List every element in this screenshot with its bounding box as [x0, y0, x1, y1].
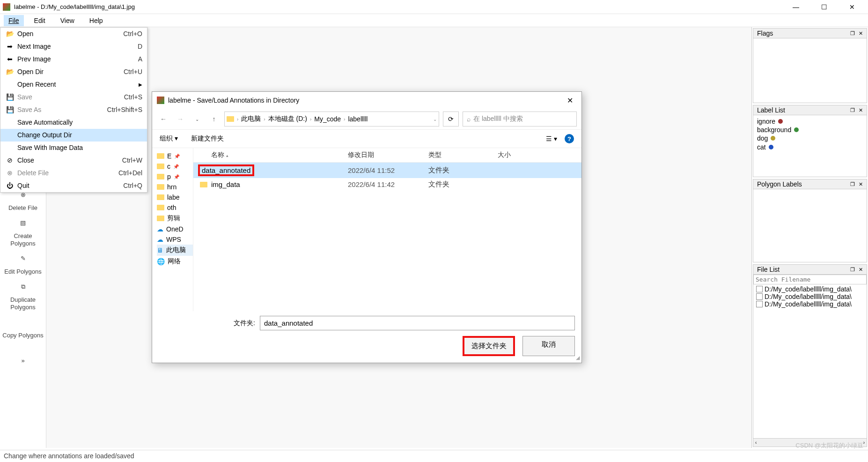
- close-icon[interactable]: ✕: [859, 30, 863, 37]
- folder-row[interactable]: img_data2022/6/4 11:42文件夹: [193, 178, 581, 191]
- pc-icon: 🖥: [157, 246, 163, 254]
- label-item[interactable]: background: [757, 126, 863, 134]
- menu-item-open[interactable]: 📂OpenCtrl+O: [0, 28, 147, 40]
- breadcrumb-item[interactable]: labelllll: [348, 115, 368, 123]
- menu-edit[interactable]: Edit: [29, 15, 50, 26]
- panel-title: Flags: [757, 30, 773, 37]
- tool-create-polygons[interactable]: ▧Create Polygons: [2, 218, 44, 248]
- breadcrumb-item[interactable]: 本地磁盘 (D:): [268, 115, 307, 123]
- filelist-item[interactable]: D:/My_code/labelllll/img_data\: [756, 300, 864, 308]
- menu-view[interactable]: View: [56, 15, 79, 26]
- new-folder-button[interactable]: 新建文件夹: [191, 134, 224, 143]
- tree-item[interactable]: labe: [157, 192, 193, 202]
- help-icon[interactable]: ?: [565, 134, 574, 143]
- select-folder-button[interactable]: 选择文件夹: [463, 336, 515, 356]
- checkbox[interactable]: [756, 286, 763, 292]
- tree-item[interactable]: p📌: [157, 171, 193, 182]
- menu-item-save-automatically[interactable]: Save Automatically: [0, 116, 147, 129]
- maximize-button[interactable]: ☐: [816, 1, 832, 13]
- nav-forward-button[interactable]: →: [174, 112, 187, 126]
- nav-up-button[interactable]: ↑: [207, 112, 221, 126]
- menu-file[interactable]: File: [4, 15, 24, 26]
- nav-back-button[interactable]: ←: [157, 112, 170, 126]
- menu-item-delete-file[interactable]: ⊗Delete FileCtrl+Del: [0, 167, 147, 179]
- view-mode-button[interactable]: ☰ ▾: [546, 135, 557, 142]
- menu-icon: ⊗: [5, 170, 15, 177]
- pin-icon: 📌: [174, 174, 178, 179]
- tree-item[interactable]: c📌: [157, 161, 193, 171]
- menu-item-save-as[interactable]: 💾Save AsCtrl+Shift+S: [0, 104, 147, 116]
- filelist-item[interactable]: D:/My_code/labelllll/img_data\: [756, 285, 864, 293]
- filelist-item[interactable]: D:/My_code/labelllll/img_data\: [756, 293, 864, 300]
- tree-item[interactable]: oth: [157, 202, 193, 213]
- delete-icon: ⊗: [17, 191, 29, 202]
- minimize-button[interactable]: —: [787, 1, 804, 13]
- tree-item[interactable]: 🌐网络: [157, 256, 193, 267]
- float-icon[interactable]: ❐: [850, 181, 855, 187]
- tree-item[interactable]: ☁OneD: [157, 224, 193, 234]
- cancel-button[interactable]: 取消: [522, 336, 575, 356]
- filelist-search-input[interactable]: [753, 275, 867, 284]
- tree-item[interactable]: 剪辑: [157, 213, 193, 224]
- folder-name-input[interactable]: [260, 316, 575, 330]
- checkbox[interactable]: [756, 293, 763, 300]
- label-item[interactable]: ignore: [757, 117, 863, 126]
- column-name[interactable]: 名称▴: [200, 151, 348, 159]
- dialog-search-input[interactable]: ⌕ 在 labelllll 中搜索: [463, 112, 577, 127]
- folder-icon: [157, 174, 164, 179]
- refresh-button[interactable]: ⟳: [443, 112, 459, 127]
- nav-recent-button[interactable]: ⌄: [191, 112, 204, 126]
- folder-icon: [157, 184, 164, 190]
- tree-item[interactable]: ☁WPS: [157, 234, 193, 245]
- column-type[interactable]: 类型: [428, 151, 498, 159]
- menu-item-close[interactable]: ⊘CloseCtrl+W: [0, 154, 147, 167]
- tool-duplicate-polygons[interactable]: ⧉Duplicate Polygons: [2, 282, 44, 312]
- pin-icon: 📌: [173, 164, 178, 169]
- menu-item-change-output-dir[interactable]: Change Output Dir: [0, 129, 147, 142]
- folder-tree[interactable]: E📌c📌p📌hrnlabeoth剪辑☁OneD☁WPS🖥此电脑🌐网络: [152, 148, 193, 311]
- tree-item[interactable]: hrn: [157, 182, 193, 192]
- tool-edit-polygons[interactable]: ✎Edit Polygons: [2, 250, 44, 280]
- label-item[interactable]: dog: [757, 134, 863, 142]
- dialog-title: labelme - Save/Load Annotations in Direc…: [168, 97, 563, 104]
- statusbar: Change where annotations are loaded/save…: [0, 450, 868, 462]
- float-icon[interactable]: ❐: [850, 107, 855, 113]
- color-dot-icon: [794, 127, 799, 132]
- menu-item-next-image[interactable]: ➡Next ImageD: [0, 40, 147, 53]
- menu-item-save-with-image-data[interactable]: Save With Image Data: [0, 142, 147, 154]
- close-button[interactable]: ✕: [844, 1, 861, 13]
- folder-icon: [157, 216, 164, 221]
- breadcrumb[interactable]: › 此电脑› 本地磁盘 (D:)› My_code› labelllll ⌄: [224, 112, 439, 127]
- tree-item[interactable]: E📌: [157, 151, 193, 161]
- checkbox[interactable]: [756, 301, 763, 307]
- close-icon[interactable]: ✕: [859, 107, 863, 113]
- menu-help[interactable]: Help: [85, 15, 108, 26]
- menu-item-open-dir[interactable]: 📂Open DirCtrl+U: [0, 66, 147, 78]
- tool-copy-polygons[interactable]: Copy Polygons: [2, 314, 44, 344]
- close-icon[interactable]: ✕: [859, 267, 863, 273]
- close-icon[interactable]: ✕: [859, 181, 863, 187]
- column-date[interactable]: 修改日期: [348, 151, 428, 159]
- window-titlebar: labelme - D:/My_code/labelllll/img_data\…: [0, 0, 868, 14]
- menu-item-save[interactable]: 💾SaveCtrl+S: [0, 91, 147, 104]
- resize-grip[interactable]: ◢: [576, 355, 580, 361]
- toolbar-overflow[interactable]: »: [2, 346, 44, 376]
- breadcrumb-item[interactable]: My_code: [314, 115, 341, 123]
- menu-item-prev-image[interactable]: ⬅Prev ImageA: [0, 53, 147, 66]
- label-item[interactable]: cat: [757, 143, 863, 151]
- column-size[interactable]: 大小: [498, 151, 575, 159]
- float-icon[interactable]: ❐: [850, 267, 855, 273]
- breadcrumb-item[interactable]: 此电脑: [241, 115, 261, 123]
- float-icon[interactable]: ❐: [850, 30, 855, 37]
- menu-icon: ⬅: [5, 56, 15, 63]
- chevron-down-icon[interactable]: ⌄: [433, 117, 437, 122]
- app-icon: [3, 3, 10, 11]
- dialog-close-button[interactable]: ✕: [563, 96, 577, 105]
- tree-item[interactable]: 🖥此电脑: [157, 245, 193, 256]
- folder-dialog: labelme - Save/Load Annotations in Direc…: [152, 91, 582, 363]
- menu-item-quit[interactable]: ⏻QuitCtrl+Q: [0, 179, 147, 192]
- folder-row[interactable]: data_annotated2022/6/4 11:52文件夹: [193, 163, 581, 178]
- panel-title: Polygon Labels: [757, 180, 802, 188]
- organize-button[interactable]: 组织 ▾: [160, 134, 178, 143]
- menu-item-open-recent[interactable]: Open Recent▶: [0, 78, 147, 91]
